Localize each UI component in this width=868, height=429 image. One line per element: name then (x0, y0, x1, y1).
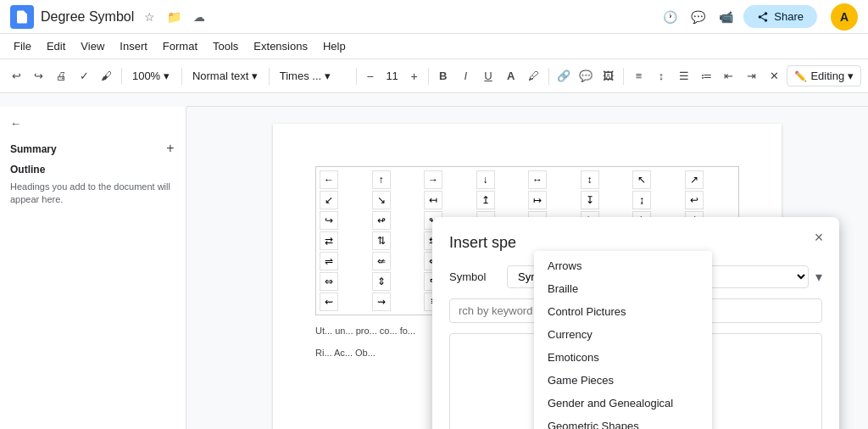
highlight-button[interactable]: 🖊 (524, 65, 543, 87)
symbol-cell[interactable]: ⇅ (372, 231, 391, 250)
numbered-list-button[interactable]: ≔ (697, 65, 716, 87)
menu-format[interactable]: Format (156, 36, 204, 56)
back-arrow-icon: ← (10, 117, 21, 130)
outline-label: Outline (7, 157, 179, 177)
list-button[interactable]: ☰ (674, 65, 693, 87)
dropdown-item-currency[interactable]: Currency (534, 323, 712, 346)
clear-format-button[interactable]: ✕ (765, 65, 784, 87)
symbol-cell[interactable]: ← (320, 170, 338, 189)
folder-icon[interactable]: 📁 (164, 8, 185, 25)
align-button[interactable]: ≡ (629, 65, 648, 87)
outline-hint: Headings you add to the document will ap… (7, 177, 179, 210)
symbol-cell[interactable]: ↕ (581, 170, 599, 189)
font-size-decrease[interactable]: − (362, 68, 379, 85)
separator-4 (356, 68, 357, 85)
sidebar-back-button[interactable]: ← (7, 114, 179, 133)
add-summary-button[interactable]: + (162, 140, 179, 157)
dropdown-item-arrows[interactable]: Arrows (534, 254, 712, 277)
symbol-cell[interactable]: ↔ (528, 170, 547, 189)
app-icon (10, 5, 34, 29)
indent-increase-button[interactable]: ⇥ (742, 65, 761, 87)
dropdown-item-gender[interactable]: Gender and Genealogical (534, 392, 712, 415)
dialog-close-button[interactable]: × (809, 227, 829, 248)
symbol-cell[interactable]: ↑ (372, 170, 391, 189)
dropdown-item-braille[interactable]: Braille (534, 277, 712, 300)
symbol-cell[interactable]: ↦ (528, 191, 547, 209)
indent-decrease-button[interactable]: ⇤ (720, 65, 739, 87)
symbol-cell[interactable]: ↨ (632, 191, 651, 209)
symbol-cell[interactable]: → (424, 170, 442, 189)
cloud-icon[interactable]: ☁ (190, 8, 209, 25)
separator-6 (548, 68, 549, 85)
link-button[interactable]: 🔗 (554, 65, 573, 87)
print-button[interactable]: 🖨 (52, 65, 71, 87)
comment-icon[interactable]: 💬 (687, 8, 709, 25)
symbol-cell[interactable]: ⇔ (320, 272, 338, 291)
dropdown-item-geometric-shapes[interactable]: Geometric Shapes (534, 415, 712, 429)
menu-tools[interactable]: Tools (206, 36, 245, 56)
style-dropdown[interactable]: Normal text ▾ (187, 65, 264, 87)
line-spacing-button[interactable]: ↕ (652, 65, 671, 87)
menu-help[interactable]: Help (316, 36, 353, 56)
editing-dropdown[interactable]: ✏️ Editing ▾ (787, 65, 861, 86)
symbol-cell[interactable]: ↧ (581, 191, 599, 209)
app-title: Degree Symbol (41, 9, 134, 25)
share-button[interactable]: Share (743, 5, 817, 28)
sidebar: ← Summary + Outline Headings you add to … (0, 107, 186, 429)
font-size-increase[interactable]: + (406, 68, 423, 85)
symbol-cell[interactable]: ⇕ (372, 272, 391, 291)
avatar[interactable]: A (831, 3, 858, 31)
symbol-cell[interactable]: ↙ (320, 191, 338, 209)
menu-view[interactable]: View (74, 36, 111, 56)
symbol-cell[interactable]: ⇝ (372, 292, 391, 311)
symbol-cell[interactable]: ↗ (685, 170, 704, 189)
symbol-cell[interactable]: ⇍ (372, 252, 391, 270)
symbol-cell[interactable]: ⇌ (320, 252, 338, 270)
menu-edit[interactable]: Edit (40, 36, 72, 56)
image-button[interactable]: 🖼 (599, 65, 619, 87)
dropdown-item-game-pieces[interactable]: Game Pieces (534, 369, 712, 392)
symbol-label: Symbol (449, 270, 500, 283)
menu-extensions[interactable]: Extensions (247, 36, 314, 56)
font-dropdown[interactable]: Times ... ▾ (275, 65, 351, 87)
share-label: Share (774, 10, 804, 23)
main-area: ← Summary + Outline Headings you add to … (0, 107, 868, 429)
paint-format-button[interactable]: 🖌 (97, 65, 116, 87)
undo-button[interactable]: ↩ (7, 65, 26, 87)
menu-file[interactable]: File (7, 36, 38, 56)
symbol-cell[interactable]: ↤ (424, 191, 442, 209)
menu-insert[interactable]: Insert (113, 36, 154, 56)
category-dropdown-menu: Arrows Braille Control Pictures Currency… (534, 251, 712, 429)
bold-button[interactable]: B (434, 65, 453, 87)
star-icon[interactable]: ☆ (141, 8, 159, 25)
symbol-cell[interactable]: ↩ (685, 191, 704, 209)
underline-button[interactable]: U (479, 65, 498, 87)
italic-button[interactable]: I (456, 65, 476, 87)
doc-area: ← ↑ → ↓ ↔ ↕ ↖ ↗ ↙ ↘ ↤ ↥ ↦ ↧ ↨ ↩ ↪ (186, 107, 868, 429)
dropdown-item-emoticons[interactable]: Emoticons (534, 346, 712, 369)
symbol-cell[interactable]: ↘ (372, 191, 391, 209)
spellcheck-button[interactable]: ✓ (75, 65, 94, 87)
redo-button[interactable]: ↪ (30, 65, 49, 87)
video-icon[interactable]: 📹 (715, 8, 737, 25)
symbol-cell[interactable]: ↫ (372, 211, 391, 230)
zoom-dropdown[interactable]: 100% ▾ (127, 65, 176, 87)
toolbar: ↩ ↪ 🖨 ✓ 🖌 100% ▾ Normal text ▾ Times ...… (0, 59, 868, 93)
symbol-cell[interactable]: ↓ (476, 170, 495, 189)
history-icon[interactable]: 🕐 (659, 8, 681, 25)
symbol-cell[interactable]: ⇄ (320, 231, 338, 250)
separator-1 (121, 68, 122, 85)
title-icons: ☆ 📁 ☁ (141, 8, 209, 25)
font-size-display: 11 (380, 70, 405, 82)
separator-7 (623, 68, 624, 85)
chevron-down-icon: ▾ (815, 269, 822, 285)
symbol-cell[interactable]: ↥ (476, 191, 495, 209)
symbol-cell[interactable]: ↖ (632, 170, 651, 189)
comment-button[interactable]: 💬 (576, 65, 596, 87)
symbol-cell[interactable]: ⇜ (320, 292, 338, 311)
dropdown-item-control-pictures[interactable]: Control Pictures (534, 300, 712, 323)
separator-3 (269, 68, 270, 85)
symbol-cell[interactable]: ↪ (320, 211, 338, 230)
text-color-button[interactable]: A (501, 65, 520, 87)
summary-label: Summary (7, 140, 60, 157)
